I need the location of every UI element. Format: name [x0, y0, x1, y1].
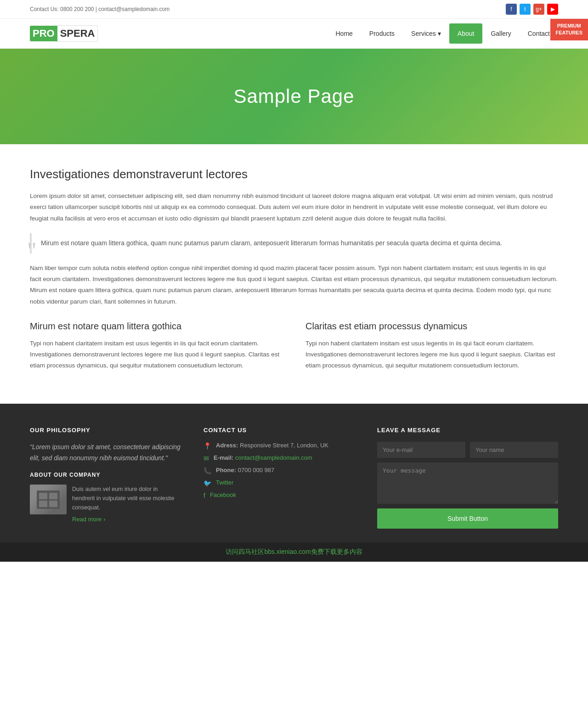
arrow-right-icon: ›	[103, 516, 105, 523]
email-label: E-mail:	[214, 454, 233, 461]
topbar: Contact Us: 0800 200 200 | contact@sampl…	[0, 0, 588, 19]
googleplus-icon[interactable]: g+	[533, 4, 544, 15]
message-title: LEAVE A MESSAGE	[377, 427, 558, 434]
contact-twitter-row: 🐦 Twitter	[204, 479, 354, 487]
social-icons: f t g+ ▶	[506, 4, 558, 15]
address-label: Adress:	[216, 442, 238, 449]
about-company-title: ABOUT OUR COMPANY	[30, 472, 181, 478]
contact-facebook-row: f Facebook	[204, 491, 354, 499]
facebook-link[interactable]: Facebook	[210, 491, 236, 498]
svg-rect-1	[39, 493, 47, 499]
twitter-contact-icon: 🐦	[204, 479, 211, 487]
svg-rect-3	[39, 501, 47, 507]
message-textarea[interactable]	[377, 462, 558, 504]
about-text: Duis autem vel eum iriure dolor in hendr…	[72, 485, 181, 512]
about-thumbnail	[30, 485, 67, 514]
logo-pro: PRO	[30, 26, 57, 41]
about-text-block: Duis autem vel eum iriure dolor in hendr…	[72, 485, 181, 523]
blockquote: Mirum est notare quam littera gothica, q…	[30, 233, 558, 254]
facebook-contact-icon: f	[204, 492, 205, 499]
nav-products[interactable]: Products	[361, 23, 403, 44]
twitter-link[interactable]: Twitter	[216, 479, 233, 486]
logo-spera: SPERA	[57, 25, 98, 42]
col2-heading: Claritas est etiam processus dynamicus	[305, 321, 558, 332]
two-col-section: Mirum est notare quam littera gothica Ty…	[30, 321, 558, 381]
main-paragraph-2: Nam liber tempor cum soluta nobis eleife…	[30, 263, 558, 307]
facebook-icon[interactable]: f	[506, 4, 517, 15]
footer-contact: CONTACT US 📍 Adress: Responsive Street 7…	[204, 427, 354, 529]
form-row-top	[377, 442, 558, 458]
phone-value: 0700 000 987	[238, 467, 275, 474]
chevron-down-icon: ▾	[438, 30, 441, 37]
twitter-icon[interactable]: t	[520, 4, 531, 15]
page-header: Sample Page	[0, 49, 588, 144]
watermark-text: 访问四马社区bbs.xieniao.com免费下载更多内容	[226, 548, 362, 555]
footer-grid: OUR PHILOSOPHY "Lorem ipsum dolor sit am…	[30, 427, 558, 529]
address-value: Responsive Street 7, London, UK	[240, 442, 328, 449]
footer: OUR PHILOSOPHY "Lorem ipsum dolor sit am…	[0, 404, 588, 542]
nav-menu: Home Products Services ▾ About Gallery C…	[328, 23, 559, 44]
email-link[interactable]: contact@sampledomain.com	[235, 454, 312, 461]
main-content: Investigationes demonstraverunt lectores…	[0, 144, 588, 404]
navbar: PROSPERA Home Products Services ▾ About …	[0, 19, 588, 49]
col2-text: Typi non habent claritatem insitam est u…	[305, 338, 558, 372]
topbar-contact: Contact Us: 0800 200 200 | contact@sampl…	[30, 6, 170, 12]
svg-rect-2	[49, 493, 57, 499]
contact-address-row: 📍 Adress: Responsive Street 7, London, U…	[204, 442, 354, 450]
thumbnail-image	[30, 485, 67, 514]
contact-title: CONTACT US	[204, 427, 354, 434]
col-right: Claritas est etiam processus dynamicus T…	[305, 321, 558, 381]
location-icon: 📍	[204, 442, 211, 450]
logo[interactable]: PROSPERA	[30, 25, 98, 42]
nav-home[interactable]: Home	[328, 23, 361, 44]
nav-about[interactable]: About	[449, 23, 483, 44]
footer-message: LEAVE A MESSAGE Submit Button	[377, 427, 558, 529]
contact-email-row: ✉ E-mail: contact@sampledomain.com	[204, 454, 354, 462]
col1-text: Typi non habent claritatem insitam est u…	[30, 338, 283, 372]
main-heading-1: Investigationes demonstraverunt lectores	[30, 167, 558, 181]
col1-heading: Mirum est notare quam littera gothica	[30, 321, 283, 332]
watermark-link[interactable]: bbs.xieniao.com	[264, 548, 311, 555]
premium-features-tab[interactable]: PREMIUM FEATURES	[550, 19, 588, 40]
page-title: Sample Page	[30, 85, 558, 107]
phone-label: Phone:	[216, 467, 236, 474]
nav-gallery[interactable]: Gallery	[482, 23, 519, 44]
philosophy-title: OUR PHILOSOPHY	[30, 427, 181, 434]
email-icon: ✉	[204, 455, 209, 462]
footer-philosophy: OUR PHILOSOPHY "Lorem ipsum dolor sit am…	[30, 427, 181, 529]
main-paragraph-1: Lorem ipsum dolor sit amet, consectetuer…	[30, 191, 558, 224]
blockquote-text: Mirum est notare quam littera gothica, q…	[41, 239, 502, 247]
message-form: Submit Button	[377, 442, 558, 529]
philosophy-quote: "Lorem ipsum dolor sit amet, consectetue…	[30, 442, 181, 464]
nav-services[interactable]: Services ▾	[403, 23, 449, 44]
read-more-link[interactable]: Read more ›	[72, 516, 106, 523]
svg-rect-4	[49, 501, 57, 507]
email-input[interactable]	[377, 442, 465, 458]
watermark-bar: 访问四马社区bbs.xieniao.com免费下载更多内容	[0, 542, 588, 562]
about-row: Duis autem vel eum iriure dolor in hendr…	[30, 485, 181, 523]
name-input[interactable]	[470, 442, 558, 458]
youtube-icon[interactable]: ▶	[547, 4, 558, 15]
contact-phone-row: 📞 Phone: 0700 000 987	[204, 467, 354, 474]
submit-button[interactable]: Submit Button	[377, 508, 558, 529]
col-left: Mirum est notare quam littera gothica Ty…	[30, 321, 283, 381]
phone-icon: 📞	[204, 467, 211, 474]
